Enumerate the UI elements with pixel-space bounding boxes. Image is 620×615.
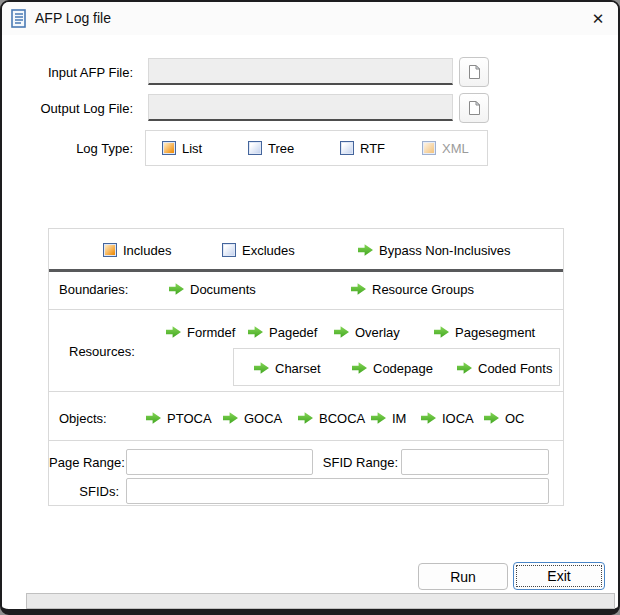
toggle-label: Coded Fonts [478,361,552,376]
resources-label: Resources: [69,344,135,359]
separator [49,309,563,310]
toggle-label: Overlay [355,325,400,340]
objects-label: Objects: [59,411,107,426]
toggle-coded-fonts[interactable]: Coded Fonts [457,360,552,376]
sfid-range-input[interactable] [401,449,549,475]
boundaries-label: Boundaries: [59,282,128,297]
toggle-label: Excludes [242,243,295,258]
checkbox-icon [103,243,117,257]
sfids-input[interactable] [126,478,549,504]
file-icon [468,64,481,80]
green-arrow-icon [248,326,263,339]
log-type-option-xml: XML [422,140,469,156]
toggle-label: GOCA [244,411,282,426]
toggle-im[interactable]: IM [371,410,406,426]
toggle-label: Pagesegment [455,325,535,340]
toggle-label: IOCA [442,411,474,426]
log-type-option-rtf[interactable]: RTF [340,140,385,156]
includes-toggle[interactable]: Includes [103,242,171,258]
filter-group-box: Includes Excludes Bypass Non-Inclusives … [48,228,564,506]
toggle-label: BCOCA [319,411,365,426]
green-arrow-icon [146,412,161,425]
window-title: AFP Log file [35,10,111,26]
output-log-field[interactable] [148,94,453,121]
toggle-label: Formdef [187,325,235,340]
toggle-codepage[interactable]: Codepage [352,360,433,376]
toggle-bcoca[interactable]: BCOCA [298,410,365,426]
checkbox-icon [422,141,436,155]
status-bar [26,593,615,609]
green-arrow-icon [334,326,349,339]
green-arrow-icon [457,362,472,375]
toggle-goca[interactable]: GOCA [223,410,282,426]
browse-input-button[interactable] [459,57,489,87]
option-label: XML [442,141,469,156]
toggle-label: Charset [275,361,321,376]
green-arrow-icon [351,283,366,296]
toggle-resource-groups[interactable]: Resource Groups [351,281,474,297]
option-label: List [182,141,202,156]
sfids-label: SFIDs: [49,484,119,499]
log-type-option-tree[interactable]: Tree [248,140,294,156]
log-type-box: List Tree RTF XML [145,130,488,166]
exit-button[interactable]: Exit [513,562,605,590]
dark-separator [49,269,563,272]
green-arrow-icon [484,412,499,425]
fonts-sub-box: Charset Codepage Coded Fonts [233,348,560,386]
toggle-label: Documents [190,282,256,297]
toggle-charset[interactable]: Charset [254,360,321,376]
green-arrow-icon [223,412,238,425]
separator [49,440,563,441]
input-afp-label: Input AFP File: [2,65,133,80]
bypass-non-inclusives-toggle[interactable]: Bypass Non-Inclusives [358,242,511,258]
green-arrow-icon [371,412,386,425]
checkbox-icon [248,141,262,155]
page-range-label: Page Range: [49,455,119,470]
document-app-icon [11,9,27,28]
toggle-label: IM [392,411,406,426]
run-button[interactable]: Run [418,563,508,590]
green-arrow-icon [421,412,436,425]
output-log-label: Output Log File: [2,101,133,116]
green-arrow-icon [166,326,181,339]
green-arrow-icon [352,362,367,375]
toggle-documents[interactable]: Documents [169,281,256,297]
file-icon [468,100,481,116]
separator [49,391,563,392]
green-arrow-icon [169,283,184,296]
toggle-label: Codepage [373,361,433,376]
log-type-option-list[interactable]: List [162,140,202,156]
toggle-label: Resource Groups [372,282,474,297]
sfid-range-label: SFID Range: [309,455,398,470]
dialog-window: AFP Log file ✕ Input AFP File: Output Lo… [0,0,620,615]
toggle-oc[interactable]: OC [484,410,525,426]
green-arrow-icon [254,362,269,375]
toggle-label: Includes [123,243,171,258]
toggle-label: Bypass Non-Inclusives [379,243,511,258]
toggle-ioca[interactable]: IOCA [421,410,474,426]
title-bar: AFP Log file ✕ [2,2,618,35]
close-icon[interactable]: ✕ [586,7,610,31]
green-arrow-icon [358,244,373,257]
input-afp-field[interactable] [148,58,453,85]
option-label: RTF [360,141,385,156]
green-arrow-icon [298,412,313,425]
toggle-overlay[interactable]: Overlay [334,324,400,340]
toggle-ptoca[interactable]: PTOCA [146,410,212,426]
browse-output-button[interactable] [459,93,489,123]
checkbox-icon [222,243,236,257]
toggle-label: OC [505,411,525,426]
excludes-toggle[interactable]: Excludes [222,242,295,258]
toggle-formdef[interactable]: Formdef [166,324,235,340]
option-label: Tree [268,141,294,156]
toggle-label: Pagedef [269,325,317,340]
toggle-pagesegment[interactable]: Pagesegment [434,324,535,340]
checkbox-icon [162,141,176,155]
log-type-label: Log Type: [2,141,133,156]
page-range-input[interactable] [126,449,313,475]
checkbox-icon [340,141,354,155]
toggle-pagedef[interactable]: Pagedef [248,324,317,340]
green-arrow-icon [434,326,449,339]
toggle-label: PTOCA [167,411,212,426]
